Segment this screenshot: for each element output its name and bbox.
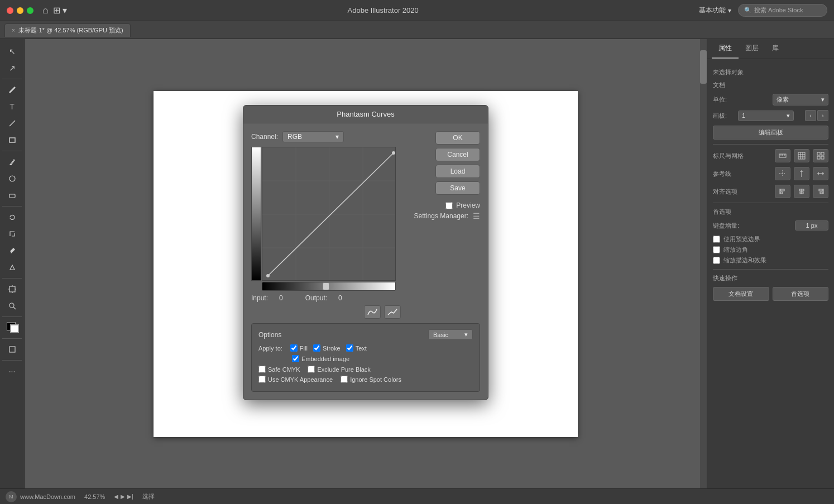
select-tool[interactable]: ↖ xyxy=(3,44,21,59)
ok-button[interactable]: OK xyxy=(435,131,480,145)
scale-tool[interactable] xyxy=(3,226,21,242)
embedded-image-checkbox-item[interactable]: Embedded image xyxy=(292,355,473,362)
vertical-scrollbar[interactable] xyxy=(700,39,707,488)
smooth-curve-btn[interactable] xyxy=(364,305,381,319)
rotate-tool[interactable] xyxy=(3,209,21,225)
titlebar: ⌂ ⊞ ▾ Adobe Illustrator 2020 基本功能 ▾ 🔍 搜索… xyxy=(0,0,834,21)
fill-checkbox[interactable] xyxy=(290,344,298,352)
options-section: Options Basic ▾ Apply to: Fill xyxy=(251,323,480,392)
align-right-icon[interactable] xyxy=(813,185,828,198)
guide-row: 参考线 xyxy=(713,167,828,180)
fill-checkbox-item[interactable]: Fill xyxy=(290,344,308,352)
preview-boundary-label: 使用预览边界 xyxy=(723,235,760,243)
direct-select-tool[interactable]: ↗ xyxy=(3,60,21,76)
keyboard-input[interactable]: 1 px xyxy=(795,220,828,231)
eraser-tool[interactable] xyxy=(3,188,21,203)
stroke-color[interactable] xyxy=(10,324,19,333)
embedded-image-checkbox[interactable] xyxy=(292,355,299,362)
nav-forward-btn[interactable]: ▶ xyxy=(121,493,125,500)
nav-back-btn[interactable]: ◀ xyxy=(114,493,118,500)
exclude-pure-black-checkbox[interactable] xyxy=(308,366,315,373)
ignore-spot-checkbox[interactable] xyxy=(341,376,348,383)
text-checkbox-item[interactable]: Text xyxy=(346,344,367,352)
use-cmyk-checkbox[interactable] xyxy=(258,376,266,383)
edit-canvas-btn[interactable]: 编辑画板 xyxy=(713,126,828,140)
channel-select[interactable]: RGB ▾ xyxy=(282,131,344,142)
pixel-grid-icon[interactable] xyxy=(813,149,828,162)
safe-cmyk-label: Safe CMYK xyxy=(268,366,300,373)
cancel-button[interactable]: Cancel xyxy=(435,148,480,161)
grid-icon[interactable]: ⊞ ▾ xyxy=(53,5,67,16)
save-button[interactable]: Save xyxy=(435,181,480,195)
preview-checkbox[interactable] xyxy=(445,202,453,209)
text-checkbox[interactable] xyxy=(346,344,353,352)
close-button[interactable] xyxy=(7,7,13,14)
preview-boundary-checkbox[interactable] xyxy=(713,236,720,243)
toolbar-divider-6 xyxy=(2,338,21,339)
scrollbar-thumb[interactable] xyxy=(700,50,707,84)
load-button[interactable]: Load xyxy=(435,165,480,178)
canvas-select[interactable]: 1 ▾ xyxy=(738,111,794,121)
prefs-btn[interactable]: 首选项 xyxy=(773,287,829,301)
svg-rect-1 xyxy=(9,138,15,142)
corner-curve-btn[interactable] xyxy=(384,305,401,319)
scale-strokes-checkbox[interactable] xyxy=(713,257,720,264)
svg-point-21 xyxy=(266,274,270,277)
guide-icon-3[interactable] xyxy=(813,167,828,180)
paintbrush-tool[interactable] xyxy=(3,154,21,170)
zoom-tool[interactable] xyxy=(3,298,21,314)
blob-brush-tool[interactable] xyxy=(3,171,21,186)
align-left-icon[interactable] xyxy=(775,185,790,198)
pen-tool[interactable] xyxy=(3,82,21,98)
settings-icon[interactable]: ☰ xyxy=(473,212,480,220)
doc-settings-btn[interactable]: 文档设置 xyxy=(713,287,769,301)
zoom-level[interactable]: 42.57% xyxy=(84,493,105,500)
ruler-icon[interactable] xyxy=(775,149,790,162)
curves-slider[interactable] xyxy=(262,282,396,291)
ignore-spot-item[interactable]: Ignore Spot Colors xyxy=(341,376,401,383)
tab-properties[interactable]: 属性 xyxy=(712,39,739,59)
use-cmyk-item[interactable]: Use CMYK Appearance xyxy=(258,376,333,383)
workspace-selector[interactable]: 基本功能 ▾ xyxy=(699,6,731,15)
guide-icons xyxy=(775,167,828,180)
rectangle-tool[interactable] xyxy=(3,132,21,148)
curves-slider-thumb[interactable] xyxy=(323,282,329,290)
guide-icon-2[interactable] xyxy=(794,167,809,180)
prev-canvas-btn[interactable]: ‹ xyxy=(805,110,816,121)
home-icon[interactable]: ⌂ xyxy=(42,4,49,16)
stock-search[interactable]: 🔍 搜索 Adobe Stock xyxy=(738,4,827,17)
svg-line-0 xyxy=(9,121,15,126)
type-tool[interactable]: T xyxy=(3,99,21,114)
stroke-checkbox[interactable] xyxy=(313,344,320,352)
stroke-checkbox-item[interactable]: Stroke xyxy=(313,344,341,352)
eyedropper-tool[interactable] xyxy=(3,243,21,258)
options-mode-select[interactable]: Basic ▾ xyxy=(428,329,473,340)
blend-tool[interactable] xyxy=(3,260,21,275)
screen-mode[interactable] xyxy=(3,342,21,357)
color-boxes[interactable] xyxy=(3,320,21,335)
options-checkboxes-row-2: Use CMYK Appearance Ignore Spot Colors xyxy=(258,376,473,383)
maximize-button[interactable] xyxy=(27,7,33,14)
tab-libraries[interactable]: 库 xyxy=(765,39,785,59)
next-canvas-btn[interactable]: › xyxy=(817,110,828,121)
more-tools[interactable]: ··· xyxy=(3,363,21,379)
nav-end-btn[interactable]: ▶| xyxy=(127,493,133,500)
tab-close-icon[interactable]: × xyxy=(12,27,15,33)
safe-cmyk-item[interactable]: Safe CMYK xyxy=(258,366,300,373)
safe-cmyk-checkbox[interactable] xyxy=(258,366,266,373)
document-tab[interactable]: × 未标题-1* @ 42.57% (RGB/GPU 预览) xyxy=(4,23,131,37)
scale-corners-checkbox[interactable] xyxy=(713,246,720,253)
guide-icon-1[interactable] xyxy=(775,167,790,180)
minimize-button[interactable] xyxy=(17,7,23,14)
line-tool[interactable] xyxy=(3,116,21,131)
exclude-pure-black-item[interactable]: Exclude Pure Black xyxy=(308,366,370,373)
channel-label: Channel: xyxy=(251,133,278,141)
tab-layers[interactable]: 图层 xyxy=(739,39,765,59)
dialog-body: Channel: RGB ▾ xyxy=(243,123,488,400)
curves-graph-svg[interactable] xyxy=(262,147,396,281)
grid-icon[interactable] xyxy=(794,149,809,162)
unit-select[interactable]: 像素 ▾ xyxy=(773,94,828,105)
align-center-icon[interactable] xyxy=(794,185,809,198)
app-title: Adobe Illustrator 2020 xyxy=(71,6,694,15)
artboard-tool[interactable] xyxy=(3,281,21,297)
